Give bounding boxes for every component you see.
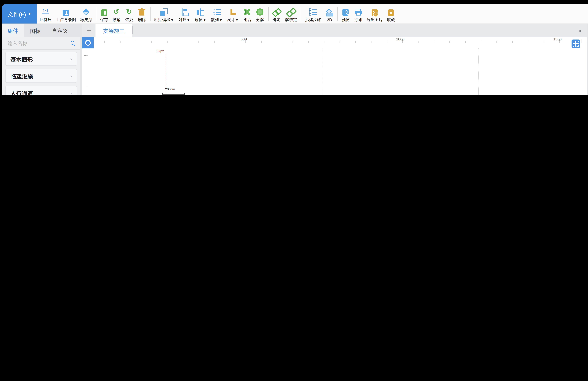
toolbar-label: 粘贴偏移▼ bbox=[154, 17, 174, 22]
fit-view-button[interactable] bbox=[571, 40, 580, 48]
favorite-icon bbox=[388, 9, 394, 16]
file-menu-button[interactable]: 文件(F) ▼ bbox=[2, 4, 37, 23]
save-icon bbox=[101, 9, 107, 16]
toolbar-label: 恢复 bbox=[125, 17, 133, 22]
toolbar-label: 解绑定 bbox=[285, 17, 297, 22]
left-panel-divider: ◀ bbox=[81, 24, 82, 95]
group-icon bbox=[245, 10, 250, 14]
tab-components[interactable]: 组件 bbox=[2, 24, 24, 37]
toolbar-label: 预览 bbox=[342, 17, 350, 22]
tab-scaffold-construction[interactable]: 支架施工 bbox=[96, 24, 132, 37]
app-window: 文件(F) ▼ 比例尺 上传背景图 橡皮擦 保存 撤销 恢复 删除 粘贴偏移▼ … bbox=[2, 4, 588, 95]
steps-icon bbox=[309, 8, 317, 16]
preview-button[interactable]: 预览 bbox=[342, 9, 350, 22]
build-steps-button[interactable]: 拆建步骤 bbox=[305, 8, 321, 22]
unbind-button[interactable]: 解绑定 bbox=[285, 8, 297, 22]
caret-down-icon: ▼ bbox=[28, 12, 31, 16]
toolbar-group-view: 比例尺 上传背景图 橡皮擦 bbox=[37, 4, 95, 23]
eraser-button[interactable]: 橡皮擦 bbox=[80, 8, 92, 22]
grid-line bbox=[322, 48, 322, 95]
redo-icon bbox=[125, 8, 133, 16]
toolbar-label: 保存 bbox=[100, 17, 108, 22]
toolbar-label: 镜像▼ bbox=[195, 17, 207, 22]
tab-separator bbox=[132, 26, 133, 34]
toolbar-label: 对齐▼ bbox=[178, 17, 190, 22]
file-menu-label: 文件(F) bbox=[7, 10, 26, 18]
bind-icon bbox=[272, 8, 281, 16]
vertical-ruler: 500 1000 bbox=[82, 48, 88, 95]
toolbar-separator bbox=[96, 7, 96, 21]
sidebar-item-pedestrian-passage[interactable]: 人行通道› bbox=[5, 85, 77, 95]
unbind-icon bbox=[287, 8, 295, 16]
chevron-right-icon: › bbox=[70, 73, 72, 79]
print-button[interactable]: 打印 bbox=[354, 8, 362, 22]
ruler-origin-button[interactable] bbox=[82, 37, 94, 48]
search-input[interactable] bbox=[7, 40, 69, 46]
ungroup-icon bbox=[258, 10, 262, 14]
sidebar-search bbox=[2, 37, 81, 50]
toolbar-label: 组合 bbox=[243, 17, 252, 22]
drawing-canvas[interactable]: 500 1000 1500 500 1000 37px 200cm bbox=[82, 37, 587, 95]
export-image-button[interactable]: 导出图片 bbox=[367, 9, 383, 22]
toolbar-label: 上传背景图 bbox=[56, 17, 76, 22]
paste-offset-button[interactable]: 粘贴偏移▼ bbox=[154, 8, 174, 22]
toolbar-separator bbox=[150, 7, 150, 21]
ungroup-button[interactable]: 分解 bbox=[256, 8, 264, 22]
scale-icon bbox=[42, 8, 50, 16]
toolbar-group-build: 拆建步骤 3D bbox=[302, 4, 336, 23]
toolbar: 文件(F) ▼ 比例尺 上传背景图 橡皮擦 保存 撤销 恢复 删除 粘贴偏移▼ … bbox=[2, 4, 588, 24]
horizontal-ruler: 500 1000 1500 bbox=[94, 37, 587, 43]
scatter-button[interactable]: 散列▼ bbox=[211, 8, 223, 22]
mirror-icon bbox=[196, 8, 205, 16]
bind-button[interactable]: 绑定 bbox=[272, 8, 281, 22]
group-button[interactable]: 组合 bbox=[243, 8, 252, 22]
scale-button[interactable]: 比例尺 bbox=[40, 8, 52, 22]
undo-button[interactable]: 撤销 bbox=[112, 8, 121, 22]
toolbar-group-output: 预览 打印 导出图片 收藏 bbox=[339, 4, 398, 23]
print-icon bbox=[355, 11, 362, 14]
save-button[interactable]: 保存 bbox=[100, 9, 108, 22]
search-icon[interactable] bbox=[71, 41, 76, 46]
toolbar-label: 导出图片 bbox=[367, 17, 383, 22]
scatter-icon bbox=[212, 8, 221, 16]
toolbar-label: 尺寸▼ bbox=[227, 17, 239, 22]
delete-icon bbox=[139, 10, 145, 16]
sidebar-item-temp-facilities[interactable]: 临建设施› bbox=[5, 69, 77, 83]
component-sidebar: 组件 图标 自定义 基本图形› 临建设施› 人行通道› 临电设施› 支撑设施› … bbox=[2, 24, 81, 95]
toolbar-separator bbox=[337, 7, 338, 21]
toolbar-separator bbox=[268, 7, 269, 21]
toolbar-group-edit: 保存 撤销 恢复 删除 bbox=[97, 4, 149, 23]
sidebar-item-label: 临建设施 bbox=[10, 72, 33, 80]
mirror-button[interactable]: 镜像▼ bbox=[195, 8, 207, 22]
paste-offset-icon bbox=[160, 8, 168, 16]
redo-button[interactable]: 恢复 bbox=[125, 8, 133, 22]
collapse-panel-button[interactable]: » bbox=[578, 24, 581, 37]
tab-custom[interactable]: 自定义 bbox=[46, 24, 74, 37]
export-image-icon bbox=[372, 9, 378, 16]
upload-background-button[interactable]: 上传背景图 bbox=[56, 9, 76, 22]
sidebar-item-label: 基本图形 bbox=[10, 55, 33, 63]
favorite-button[interactable]: 收藏 bbox=[387, 9, 395, 22]
view-3d-button[interactable]: 3D bbox=[325, 9, 334, 22]
delete-button[interactable]: 删除 bbox=[138, 8, 146, 22]
size-icon bbox=[230, 9, 235, 15]
align-button[interactable]: 对齐▼ bbox=[178, 8, 190, 22]
undo-icon bbox=[112, 8, 121, 16]
size-button[interactable]: 尺寸▼ bbox=[227, 8, 239, 22]
chevron-right-icon: › bbox=[70, 56, 72, 62]
sidebar-item-basic-shapes[interactable]: 基本图形› bbox=[5, 52, 77, 66]
toolbar-label: 散列▼ bbox=[211, 17, 223, 22]
upload-background-icon bbox=[63, 10, 69, 16]
grid-line bbox=[478, 48, 479, 95]
toolbar-label: 3D bbox=[327, 17, 332, 22]
toolbar-label: 收藏 bbox=[387, 17, 395, 22]
toolbar-label: 分解 bbox=[256, 17, 264, 22]
ruler-tick-label: 500 bbox=[240, 37, 247, 42]
screenshot-frame: 文件(F) ▼ 比例尺 上传背景图 橡皮擦 保存 撤销 恢复 删除 粘贴偏移▼ … bbox=[0, 0, 588, 95]
align-icon bbox=[180, 8, 189, 16]
cube-3d-icon bbox=[325, 9, 334, 17]
add-tab-button[interactable]: + bbox=[82, 24, 96, 37]
tab-icons[interactable]: 图标 bbox=[24, 24, 46, 37]
dimension-label: 200cm bbox=[165, 87, 175, 91]
component-category-list: 基本图形› 临建设施› 人行通道› 临电设施› 支撑设施› 工程结构› 防护设施… bbox=[2, 50, 81, 95]
